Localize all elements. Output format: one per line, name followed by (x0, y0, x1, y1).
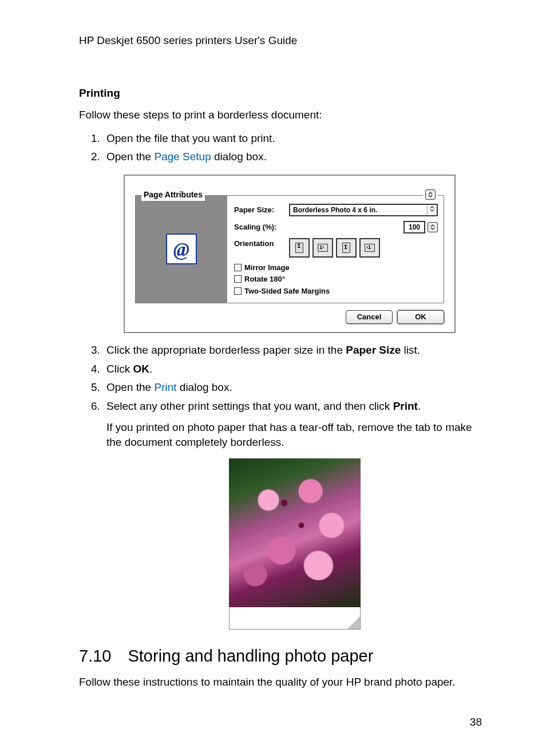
portrait-down-icon: 1̂ (344, 244, 347, 249)
document-title: HP Deskjet 6500 series printers User's G… (79, 34, 483, 47)
rotate-180-checkbox[interactable] (234, 275, 242, 283)
step-5: Open the Print dialog box. (103, 379, 483, 396)
at-sign-icon: @ (173, 235, 189, 264)
scaling-label: Scaling (%): (234, 221, 289, 233)
flowers-photo-icon (229, 458, 361, 607)
paper-size-label: Paper Size: (234, 204, 289, 216)
orientation-portrait-flip-button[interactable]: 1̂ (336, 238, 357, 258)
chapter-intro: Follow these instructions to maintain th… (79, 675, 483, 690)
scaling-input[interactable]: 100 (403, 221, 425, 233)
step-6-bold: Print (393, 400, 418, 412)
step-3: Click the appropriate borderless paper s… (103, 342, 483, 359)
step-3-bold: Paper Size (346, 344, 401, 356)
step-5-post: dialog box. (177, 381, 232, 393)
scaling-stepper[interactable] (428, 222, 438, 232)
step-2-post: dialog box. (211, 151, 267, 163)
section-heading-printing: Printing (79, 87, 483, 100)
paper-size-dropdown[interactable]: Borderless Photo 4 x 6 in. (289, 204, 438, 216)
dialog-tab-label: Page Attributes (141, 189, 205, 201)
paper-size-value: Borderless Photo 4 x 6 in. (290, 205, 427, 215)
step-6-pre: Select any other print settings that you… (106, 400, 393, 412)
print-link[interactable]: Print (154, 381, 176, 393)
page-preview-icon: @ (166, 233, 197, 264)
step-3-post: list. (401, 344, 420, 356)
step-4: Click OK. (103, 361, 483, 378)
step-2-pre: Open the (106, 151, 154, 163)
step-6-extra: If you printed on photo paper that has a… (106, 420, 483, 449)
step-5-pre: Open the (106, 381, 154, 393)
step-2: Open the Page Setup dialog box. Page Att… (103, 149, 483, 333)
step-3-pre: Click the appropriate borderless paper s… (106, 344, 346, 356)
landscape-left-icon: ‹1 (366, 245, 371, 250)
steps-list-bottom: Click the appropriate borderless paper s… (79, 342, 483, 630)
two-sided-margins-checkbox[interactable] (234, 287, 242, 295)
two-sided-margins-label: Two-Sided Safe Margins (244, 286, 330, 297)
step-1-text: Open the file that you want to print. (106, 132, 275, 144)
step-4-pre: Click (106, 363, 133, 375)
rotate-180-label: Rotate 180° (244, 274, 285, 285)
orientation-label: Orientation (234, 238, 289, 250)
borderless-photo-example (229, 458, 361, 630)
page-setup-link[interactable]: Page Setup (154, 151, 211, 163)
intro-paragraph: Follow these steps to print a borderless… (79, 108, 483, 122)
page-setup-dialog: Page Attributes @ (124, 175, 456, 334)
orientation-landscape-flip-button[interactable]: ‹1 (359, 238, 380, 258)
step-4-bold: OK (133, 363, 149, 375)
orientation-portrait-button[interactable]: 1̂ (289, 238, 310, 258)
chapter-heading: 7.10 Storing and handling photo paper (79, 647, 483, 666)
tear-off-tab-icon (229, 607, 361, 630)
step-6-post: . (418, 400, 421, 412)
portrait-up-icon: 1̂ (297, 244, 300, 249)
step-4-post: . (149, 363, 152, 375)
orientation-landscape-button[interactable]: 1› (312, 238, 333, 258)
step-6: Select any other print settings that you… (103, 398, 483, 630)
mirror-image-label: Mirror Image (244, 262, 290, 274)
page-preview-pane: @ (136, 196, 227, 303)
step-1: Open the file that you want to print. (103, 130, 483, 147)
landscape-right-icon: 1› (319, 245, 324, 250)
tab-selector-stepper[interactable] (425, 189, 436, 200)
steps-list-top: Open the file that you want to print. Op… (79, 130, 483, 334)
ok-button[interactable]: OK (397, 310, 444, 324)
page-number: 38 (79, 716, 483, 729)
cancel-button[interactable]: Cancel (346, 310, 393, 324)
mirror-image-checkbox[interactable] (234, 264, 242, 271)
dropdown-arrow-icon (427, 205, 437, 214)
